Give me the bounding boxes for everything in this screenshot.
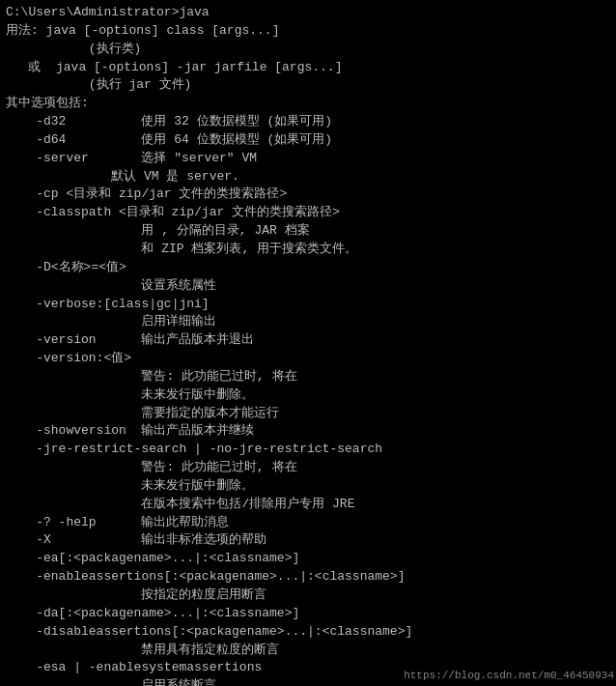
terminal-line: -server 选择 "server" VM xyxy=(6,150,610,168)
terminal-line: 警告: 此功能已过时, 将在 xyxy=(6,459,610,477)
terminal-line: 需要指定的版本才能运行 xyxy=(6,405,610,423)
terminal-line: -? -help 输出此帮助消息 xyxy=(6,514,610,532)
terminal-line: 和 ZIP 档案列表, 用于搜索类文件。 xyxy=(6,241,610,259)
terminal-line: -verbose:[class|gc|jni] xyxy=(6,296,610,314)
terminal-line: 设置系统属性 xyxy=(6,277,610,296)
terminal-line: 其中选项包括: xyxy=(6,95,610,113)
terminal-line: (执行 jar 文件) xyxy=(6,76,610,95)
terminal-line: -da[:<packagename>...|:<classname>] xyxy=(6,605,610,623)
terminal-line: 或 java [-options] -jar jarfile [args...] xyxy=(6,59,610,77)
terminal-line: 警告: 此功能已过时, 将在 xyxy=(6,368,610,386)
terminal-line: -disableassertions[:<packagename>...|:<c… xyxy=(6,623,610,642)
terminal-line: 在版本搜索中包括/排除用户专用 JRE xyxy=(6,496,610,514)
terminal-line: -X 输出非标准选项的帮助 xyxy=(6,531,610,550)
terminal-window: C:\Users\Administrator>java用法: java [-op… xyxy=(0,0,616,686)
terminal-line: 未来发行版中删除。 xyxy=(6,386,610,405)
terminal-line: 用法: java [-options] class [args...] xyxy=(6,22,610,41)
terminal-line: -enableassertions[:<packagename>...|:<cl… xyxy=(6,568,610,586)
terminal-line: 按指定的粒度启用断言 xyxy=(6,586,610,605)
watermark: https://blog.csdn.net/m0_46450934 xyxy=(404,669,614,684)
terminal-line: -jre-restrict-search | -no-jre-restrict-… xyxy=(6,441,610,459)
terminal-line: -version:<值> xyxy=(6,350,610,368)
terminal-line: -classpath <目录和 zip/jar 文件的类搜索路径> xyxy=(6,204,610,222)
terminal-line: 启用详细输出 xyxy=(6,313,610,331)
terminal-line: -d64 使用 64 位数据模型 (如果可用) xyxy=(6,131,610,150)
terminal-line: -ea[:<packagename>...|:<classname>] xyxy=(6,550,610,568)
terminal-line: C:\Users\Administrator>java xyxy=(6,4,610,22)
terminal-line: -version 输出产品版本并退出 xyxy=(6,331,610,350)
terminal-line: 默认 VM 是 server. xyxy=(6,168,610,186)
terminal-line: 用 , 分隔的目录, JAR 档案 xyxy=(6,222,610,241)
terminal-line: 禁用具有指定粒度的断言 xyxy=(6,642,610,660)
terminal-line: -showversion 输出产品版本并继续 xyxy=(6,422,610,441)
terminal-line: -cp <目录和 zip/jar 文件的类搜索路径> xyxy=(6,186,610,204)
terminal-line: (执行类) xyxy=(6,41,610,59)
terminal-line: -d32 使用 32 位数据模型 (如果可用) xyxy=(6,113,610,131)
terminal-line: -D<名称>=<值> xyxy=(6,259,610,277)
terminal-line: 未来发行版中删除。 xyxy=(6,477,610,496)
